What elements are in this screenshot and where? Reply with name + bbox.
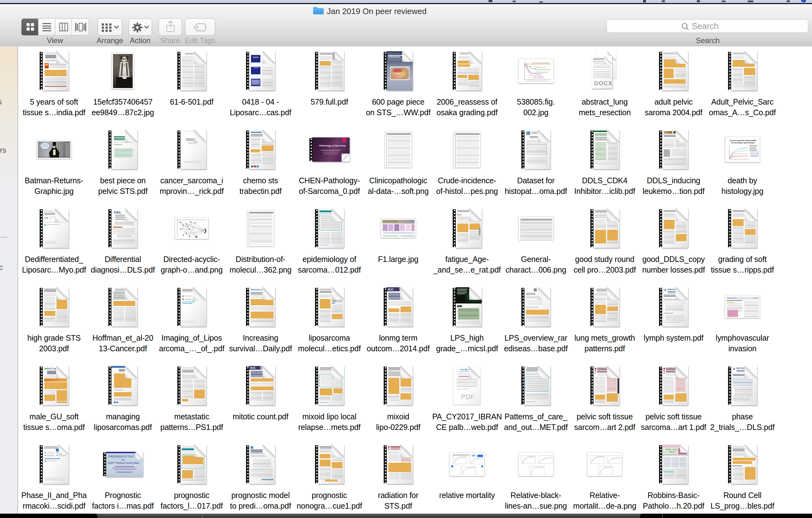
svg-text:>25% round cell: >25% round cell <box>532 77 544 79</box>
svg-text:5-25% round cell: 5-25% round cell <box>536 71 548 73</box>
svg-text:No round cell component: No round cell component <box>532 62 550 64</box>
svg-text:0-5% round cell: 0-5% round cell <box>534 66 545 68</box>
